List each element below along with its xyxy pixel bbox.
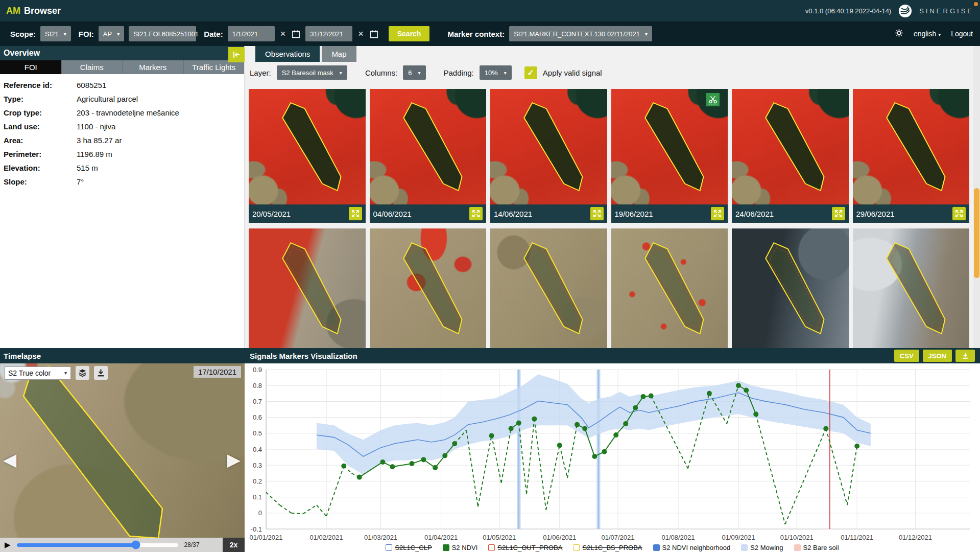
next-frame-arrow[interactable]: ▶ [227,449,241,470]
observation-image[interactable] [490,89,607,204]
observation-image[interactable] [611,228,728,348]
observation-tile[interactable] [249,228,366,348]
chevron-down-icon: ▾ [117,31,119,37]
scrollbar-thumb[interactable] [974,188,979,278]
settings-gear-icon[interactable] [895,29,903,39]
calendar-icon[interactable] [291,29,301,39]
legend-swatch [386,544,392,551]
field-row: Land use: 1100 - njiva [0,120,244,134]
legend-item[interactable]: S2L1C_CLP [386,544,432,551]
expand-tile-button[interactable] [711,207,724,220]
csv-export-button[interactable]: CSV [894,350,919,362]
padding-select[interactable]: 10%▾ [480,65,512,80]
date-to-input[interactable]: 31/12/2021 [305,26,352,41]
sidebar-tab-claims[interactable]: Claims [61,60,123,74]
observation-image[interactable] [249,228,366,348]
observation-image[interactable] [732,89,849,204]
legend-item[interactable]: S2 Bare soil [794,544,839,551]
observation-image[interactable] [611,89,728,204]
previous-frame-arrow[interactable]: ◀ [3,449,16,470]
collapse-panel-button[interactable] [228,47,245,62]
sidebar-tab-markers[interactable]: Markers [122,60,183,74]
observation-tile[interactable] [611,228,728,348]
status-dot [974,2,978,6]
sinergise-logo-text: SINERGISE [919,7,974,15]
observation-image[interactable] [370,228,487,348]
clear-date-to-icon[interactable]: × [357,29,365,38]
observation-tile[interactable]: 24/06/2021 [732,89,849,223]
observation-image[interactable] [249,89,366,204]
logout-button[interactable]: Logout [951,30,973,38]
legend-label: S2 Bare soil [803,544,839,551]
sidebar-tab-traffic-lights[interactable]: Traffic Lights [183,60,245,74]
sidebar-tab-foi[interactable]: FOI [0,60,61,74]
expand-tile-button[interactable] [952,207,966,220]
download-chart-button[interactable] [955,350,975,362]
json-export-button[interactable]: JSON [923,350,952,362]
observation-tile[interactable]: 20/05/2021 [249,89,366,223]
legend-label: S2L1C_CLP [395,544,432,551]
observation-tile[interactable]: 04/06/2021 [370,89,487,223]
field-value: 7° [77,177,84,186]
speed-button[interactable]: 2x [223,538,245,552]
clear-date-from-icon[interactable]: × [279,29,287,38]
tab-map[interactable]: Map [322,46,356,62]
vertical-scrollbar[interactable] [973,46,980,348]
observation-tile[interactable]: 29/06/2021 [853,89,970,223]
expand-tile-button[interactable] [590,207,604,220]
svg-text:01/08/2021: 01/08/2021 [661,534,695,541]
scope-select[interactable]: SI21▾ [40,26,71,41]
apply-valid-signal-checkbox[interactable]: ✓ [524,66,537,79]
calendar-icon[interactable] [369,29,379,39]
foi-id-input[interactable]: SI21.FOI.6085251001 [129,26,196,41]
play-button[interactable]: ▶ [5,540,11,549]
expand-tile-button[interactable] [832,207,845,220]
slider-thumb[interactable] [132,541,140,549]
observation-tile[interactable] [732,228,849,348]
svg-text:01/11/2021: 01/11/2021 [841,534,873,541]
observation-tile[interactable] [370,228,487,348]
language-select[interactable]: english ▾ [914,30,941,38]
legend-item[interactable]: S2L1C_OUT_PROBA [488,544,562,551]
observation-image[interactable] [490,228,607,348]
date-from-input[interactable]: 1/1/2021 [228,26,275,41]
observation-tile[interactable] [490,228,607,348]
legend-item[interactable]: S2 NDVI neighborhood [653,544,731,551]
tab-observations[interactable]: Observations [255,46,320,62]
timeline-slider[interactable] [17,543,178,547]
svg-text:01/03/2021: 01/03/2021 [364,534,397,541]
download-frame-button[interactable] [94,366,108,380]
svg-text:01/12/2021: 01/12/2021 [899,534,932,541]
svg-text:0.8: 0.8 [253,382,262,389]
observation-image[interactable] [853,89,970,204]
foi-details: Reference id: 6085251 Type: Agricultural… [0,74,244,189]
timelapse-viewport: S2 True color▾ 17/10/2021 ◀ ▶ ▶ [0,363,245,552]
svg-text:01/06/2021: 01/06/2021 [543,534,576,541]
foi-type-select[interactable]: AP▾ [99,26,124,41]
overview-panel: Overview FOIClaimsMarkersTraffic Lights … [0,46,245,348]
marker-context-select[interactable]: SI21.MARKER_CONTEXT.130 02/11/2021▾ [509,26,652,41]
observation-image[interactable] [732,228,849,348]
columns-select[interactable]: 6▾ [403,65,425,80]
timelapse-layer-select[interactable]: S2 True color▾ [4,366,71,380]
legend-label: S2L1C_OUT_PROBA [497,544,562,551]
expand-tile-button[interactable] [349,207,362,220]
legend-item[interactable]: S2 NDVI [443,544,478,551]
observation-tile[interactable]: 19/06/2021 [611,89,728,223]
field-row: Type: Agricultural parcel [0,93,244,106]
layer-select[interactable]: S2 Baresoil mask▾ [277,65,347,80]
observation-image[interactable] [370,89,487,204]
search-button[interactable]: Search [389,26,430,41]
observation-image[interactable] [853,228,970,348]
legend-swatch [794,544,801,551]
expand-tile-button[interactable] [469,207,483,220]
tile-caption: 29/06/2021 [853,204,970,223]
legend-item[interactable]: S2 Mowing [741,544,783,551]
layers-button[interactable] [76,366,89,380]
legend-label: S2 NDVI [452,544,478,551]
observation-tile[interactable]: 14/06/2021 [490,89,607,223]
tile-caption: 24/06/2021 [732,204,849,223]
expand-icon [592,209,602,218]
observation-tile[interactable] [853,228,970,348]
legend-item[interactable]: S2L1C_BS_PROBA [573,544,642,551]
